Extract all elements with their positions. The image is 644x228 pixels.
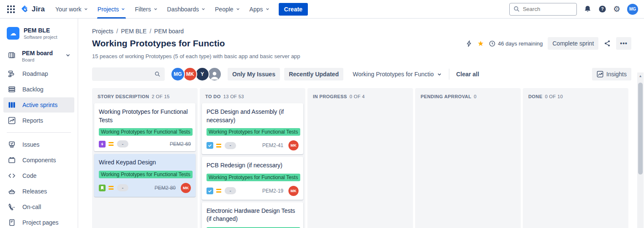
board-main: Projects / PEM BLE / PEM board Working P… bbox=[78, 19, 644, 228]
share-icon[interactable] bbox=[603, 40, 611, 47]
scroll-up-arrow[interactable]: ▲ bbox=[637, 72, 644, 79]
sidebar-item-on-call[interactable]: On-call bbox=[3, 199, 74, 215]
roadmap-icon bbox=[8, 70, 16, 78]
components-icon bbox=[8, 156, 16, 164]
board-column: TO DO 13 of 53 PCB Design and Assembly (… bbox=[200, 88, 305, 228]
sprint-filter-dropdown[interactable]: Working Prototypes for Functio bbox=[353, 71, 442, 78]
estimate-badge: - bbox=[117, 184, 128, 191]
user-avatar[interactable]: MG bbox=[627, 4, 638, 15]
top-navigation-bar: Jira Your work Projects Filters Dashboar… bbox=[0, 0, 644, 19]
breadcrumb-projects[interactable]: Projects bbox=[92, 28, 114, 35]
notifications-bell-icon[interactable] bbox=[584, 5, 592, 13]
settings-gear-icon[interactable]: ⚙ bbox=[613, 4, 620, 14]
unassigned-avatar-icon[interactable] bbox=[207, 67, 222, 81]
svg-text:?: ? bbox=[601, 7, 603, 11]
jira-logo[interactable]: Jira bbox=[18, 5, 51, 13]
nav-item-filters[interactable]: Filters bbox=[130, 0, 162, 19]
more-actions-button[interactable]: ••• bbox=[616, 37, 631, 50]
issue-card[interactable]: Working Prototypes for Functional TestsW… bbox=[94, 103, 196, 151]
board-icon bbox=[8, 51, 16, 61]
magnifier-icon bbox=[155, 71, 160, 77]
releases-icon bbox=[8, 187, 16, 196]
assignee-avatars: MGMKY bbox=[171, 67, 222, 81]
sprint-title: Working Prototypes for Functio bbox=[92, 38, 225, 48]
card-assignee-avatar[interactable]: MK bbox=[181, 183, 191, 193]
sidebar-item-code[interactable]: Code bbox=[3, 168, 74, 183]
issues-icon bbox=[8, 140, 16, 149]
filter-avatar-mg[interactable]: MG bbox=[171, 67, 185, 81]
jira-logo-text: Jira bbox=[32, 5, 45, 13]
priority-medium-icon bbox=[109, 186, 114, 190]
backlog-icon bbox=[8, 85, 16, 94]
column-header: DONE 0 of 10 bbox=[525, 88, 626, 103]
chevron-down-icon bbox=[121, 6, 125, 13]
nav-item-dashboards[interactable]: Dashboards bbox=[163, 0, 211, 19]
sidebar-item-releases[interactable]: Releases bbox=[3, 184, 74, 199]
estimate-badge: - bbox=[225, 187, 236, 194]
card-title: Electronic Hardware Design Tests (if cha… bbox=[207, 207, 299, 223]
insights-button[interactable]: Insights bbox=[592, 68, 631, 80]
card-assignee-avatar[interactable]: MK bbox=[288, 186, 299, 196]
chevron-down-icon bbox=[236, 6, 240, 13]
board-switcher[interactable]: PEM board Board bbox=[3, 46, 74, 66]
column-title: TO DO bbox=[205, 94, 221, 99]
card-epic-label: Working Prototypes for Functional Tests bbox=[207, 128, 300, 136]
issue-card[interactable]: PCB Design and Assembly (if necessary)Wo… bbox=[202, 103, 303, 154]
sidebar-item-components[interactable]: Components bbox=[3, 153, 74, 168]
magnifier-icon bbox=[514, 6, 520, 12]
complete-sprint-button[interactable]: Complete sprint bbox=[548, 37, 598, 50]
issue-card[interactable]: Wired Keypad DesignWorking Prototypes fo… bbox=[94, 154, 196, 197]
issue-key: PEM2-19 bbox=[262, 188, 283, 194]
breadcrumb-board[interactable]: PEM board bbox=[154, 28, 184, 35]
help-icon[interactable]: ? bbox=[598, 5, 606, 13]
project-header[interactable]: ☁ PEM BLE Software project bbox=[3, 26, 74, 46]
card-footer: - PEM2-19MK bbox=[207, 186, 299, 196]
favorite-star-icon[interactable]: ★ bbox=[478, 39, 484, 48]
filter-avatar-mk[interactable]: MK bbox=[183, 67, 197, 81]
vertical-scrollbar[interactable]: ▲ bbox=[637, 72, 644, 228]
sidebar-item-active-sprints[interactable]: Active sprints bbox=[3, 97, 74, 113]
app-switcher-icon[interactable] bbox=[4, 3, 18, 16]
board-column: DONE 0 of 10 bbox=[523, 88, 628, 228]
board-filter-bar: MGMKY Only My Issues Recently Updated Wo… bbox=[92, 67, 631, 81]
primary-nav: Your work Projects Filters Dashboards Pe… bbox=[51, 0, 274, 19]
board-search-input[interactable] bbox=[96, 71, 150, 78]
estimate-badge: - bbox=[117, 140, 128, 148]
nav-item-apps[interactable]: Apps bbox=[245, 0, 274, 19]
recently-updated-button[interactable]: Recently Updated bbox=[284, 68, 343, 80]
board-type: Board bbox=[22, 57, 53, 62]
sidebar-item-project-pages[interactable]: Project pages bbox=[3, 215, 74, 228]
sprint-board: STORY DESCRIPTION 2 of 15 Working Protot… bbox=[92, 88, 631, 228]
create-button[interactable]: Create bbox=[279, 3, 308, 16]
issue-key: PEM2-69 bbox=[170, 141, 191, 147]
nav-item-projects[interactable]: Projects bbox=[93, 0, 130, 19]
board-search[interactable] bbox=[92, 67, 165, 81]
sidebar-item-reports[interactable]: Reports bbox=[3, 113, 74, 128]
global-search-input[interactable] bbox=[523, 6, 569, 12]
nav-item-people[interactable]: People bbox=[210, 0, 245, 19]
filter-avatar-y[interactable]: Y bbox=[195, 67, 209, 81]
column-header: TO DO 13 of 53 bbox=[202, 88, 303, 103]
priority-medium-icon bbox=[216, 144, 221, 148]
chevron-down-icon bbox=[153, 6, 158, 13]
header-actions: ★ 46 days remaining Complete sprint ••• bbox=[465, 37, 631, 50]
automation-bolt-icon[interactable] bbox=[465, 40, 473, 47]
global-search[interactable] bbox=[509, 3, 577, 16]
only-my-issues-button[interactable]: Only My Issues bbox=[228, 68, 280, 80]
sidebar-item-roadmap[interactable]: Roadmap bbox=[3, 66, 74, 81]
scrollbar-thumb[interactable] bbox=[638, 83, 643, 174]
breadcrumb-project[interactable]: PEM BLE bbox=[121, 28, 147, 35]
chart-line-icon bbox=[597, 71, 603, 78]
sidebar-divider bbox=[7, 132, 71, 133]
column-count: 13 of 53 bbox=[223, 94, 244, 99]
issue-card[interactable]: Electronic Hardware Design Tests (if cha… bbox=[202, 202, 303, 228]
nav-item-your-work[interactable]: Your work bbox=[51, 0, 93, 19]
sidebar-item-issues[interactable]: Issues bbox=[3, 137, 74, 152]
card-assignee-avatar[interactable]: MK bbox=[288, 140, 299, 150]
issue-card[interactable]: PCB Redesign (if necessary)Working Proto… bbox=[202, 157, 303, 200]
column-count: 0 bbox=[474, 94, 477, 99]
sidebar-item-backlog[interactable]: Backlog bbox=[3, 82, 74, 97]
filter-divider bbox=[449, 69, 449, 80]
clear-all-link[interactable]: Clear all bbox=[456, 71, 479, 78]
priority-medium-icon bbox=[109, 142, 114, 146]
